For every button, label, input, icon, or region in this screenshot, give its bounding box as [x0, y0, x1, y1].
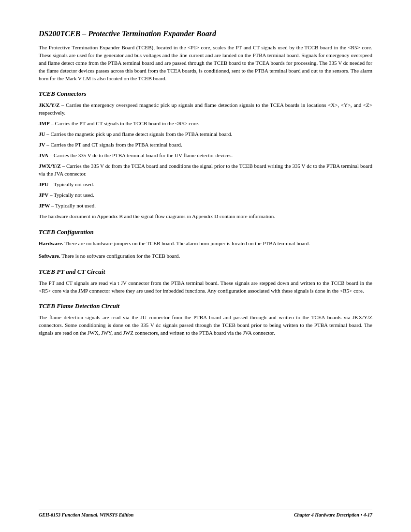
connector-ju-label: JU	[39, 131, 45, 137]
connector-jv-text: – Carries the PT and CT signals from the…	[45, 142, 182, 148]
connector-ju-text: – Carries the magnetic pick up and flame…	[45, 131, 232, 137]
connector-jpw: JPW – Typically not used.	[39, 202, 372, 210]
connector-jwxyz: JWX/Y/Z – Carries the 335 V dc from the …	[39, 163, 372, 178]
connector-jva-label: JVA	[39, 152, 48, 158]
connector-jva-text: – Carries the 335 V dc to the PTBA termi…	[48, 152, 233, 158]
page: DS200TCEB – Protective Termination Expan…	[0, 0, 411, 532]
connector-jv: JV – Carries the PT and CT signals from …	[39, 141, 372, 149]
connector-ju: JU – Carries the magnetic pick up and fl…	[39, 131, 372, 138]
connector-jpu: JPU – Typically not used.	[39, 181, 372, 189]
ptct-heading: TCEB PT and CT Circuit	[39, 268, 372, 276]
connector-jwxyz-label: JWX/Y/Z	[39, 163, 61, 169]
connector-jpu-label: JPU	[39, 181, 48, 187]
connector-jkxyz-text: – Carries the emergency overspeed magnet…	[39, 102, 372, 116]
connector-jpv-label: JPV	[39, 192, 48, 198]
page-title: DS200TCEB – Protective Termination Expan…	[39, 29, 372, 39]
configuration-heading: TCEB Configuration	[39, 228, 372, 236]
footer-left: GEH-6153 Function Manual, WINSYS Edition	[39, 512, 133, 517]
connector-jmp: JMP – Carries the PT and CT signals to t…	[39, 120, 372, 128]
connector-jmp-text: – Carries the PT and CT signals to the T…	[50, 120, 199, 126]
connector-jva: JVA – Carries the 335 V dc to the PTBA t…	[39, 152, 372, 160]
connector-jwxyz-text: – Carries the 335 V dc from the TCEA boa…	[39, 163, 372, 177]
connector-jkxyz-label: JKX/Y/Z	[39, 102, 59, 108]
software-text: There is no software configuration for t…	[60, 253, 180, 259]
connector-jpv-text: – Typically not used.	[48, 192, 94, 198]
configuration-software: Software. There is no software configura…	[39, 252, 372, 260]
connector-jpw-text: – Typically not used.	[50, 203, 96, 208]
software-label: Software.	[39, 253, 60, 259]
intro-paragraph: The Protective Termination Expander Boar…	[39, 44, 372, 83]
connector-jpu-text: – Typically not used.	[48, 181, 94, 187]
page-footer: GEH-6153 Function Manual, WINSYS Edition…	[39, 509, 372, 517]
ptct-text: The PT and CT signals are read via t JV …	[39, 280, 372, 295]
connector-jv-label: JV	[39, 142, 45, 148]
hardware-text: There are no hardware jumpers on the TCE…	[63, 240, 310, 246]
footer-right: Chapter 4 Hardware Description • 4-17	[294, 512, 372, 517]
hardware-label: Hardware.	[39, 240, 63, 246]
connector-jmp-label: JMP	[39, 120, 50, 126]
connectors-list: JKX/Y/Z – Carries the emergency overspee…	[39, 102, 372, 209]
flame-heading: TCEB Flame Detection Circuit	[39, 302, 372, 310]
connectors-heading: TCEB Connectors	[39, 90, 372, 98]
flame-text: The flame detection signals are read via…	[39, 314, 372, 337]
connectors-footer: The hardware document in Appendix B and …	[39, 213, 372, 221]
connector-jpw-label: JPW	[39, 203, 50, 208]
connector-jpv: JPV – Typically not used.	[39, 192, 372, 199]
configuration-hardware: Hardware. There are no hardware jumpers …	[39, 240, 372, 248]
connector-jkxyz: JKX/Y/Z – Carries the emergency overspee…	[39, 102, 372, 117]
